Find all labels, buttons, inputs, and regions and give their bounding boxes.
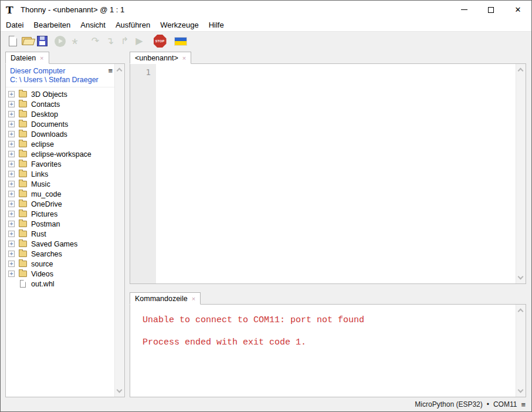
expand-icon[interactable]: + [8, 191, 15, 197]
tree-item-label: Music [31, 180, 50, 188]
expand-icon[interactable]: + [8, 201, 15, 207]
stop-restart-button[interactable]: STOP [153, 33, 167, 49]
tree-item-label: eclipse [31, 140, 54, 148]
tree-item-onedrive[interactable]: +OneDrive [6, 199, 114, 209]
expand-icon[interactable]: + [8, 121, 15, 127]
scroll-down-icon[interactable] [518, 274, 524, 280]
files-scrollbar[interactable] [114, 64, 124, 397]
shell-exit-line: Process ended with exit code 1. [143, 337, 516, 348]
expand-icon[interactable]: + [8, 171, 15, 177]
tree-item-documents[interactable]: +Documents [6, 119, 114, 129]
shell-scrollbar[interactable] [516, 305, 526, 397]
support-ukraine-button[interactable] [173, 33, 188, 49]
resume-icon: ▶ [135, 36, 143, 46]
expand-icon[interactable]: + [8, 231, 15, 237]
new-file-button[interactable] [5, 33, 20, 49]
expand-icon[interactable]: + [8, 161, 15, 167]
ukraine-flag-icon [174, 37, 187, 46]
scroll-up-icon[interactable] [117, 68, 123, 74]
tree-item-rust[interactable]: +Rust [6, 229, 114, 239]
interpreter-label[interactable]: MicroPython (ESP32) [415, 400, 482, 408]
tree-item-desktop[interactable]: +Desktop [6, 109, 114, 119]
tab-unbenannt-close-icon[interactable]: × [182, 55, 186, 62]
expand-icon[interactable]: + [8, 151, 15, 157]
expand-icon[interactable]: + [8, 111, 15, 117]
tab-dateien[interactable]: Dateien × [5, 52, 49, 64]
menu-ansicht[interactable]: Ansicht [76, 19, 110, 31]
tree-item-mu-code[interactable]: +mu_code [6, 189, 114, 199]
tree-item-postman[interactable]: +Postman [6, 219, 114, 229]
menu-bar: Datei Bearbeiten Ansicht Ausführen Werkz… [1, 19, 531, 31]
tab-dateien-close-icon[interactable]: × [40, 55, 43, 62]
tree-item-searches[interactable]: +Searches [6, 249, 114, 259]
tree-item-source[interactable]: +source [6, 259, 114, 269]
thonny-logo-icon: T [6, 5, 16, 15]
expand-icon[interactable]: + [8, 271, 15, 277]
close-icon: ✕ [515, 5, 521, 14]
expand-icon[interactable]: + [8, 101, 15, 107]
tree-item-favorites[interactable]: +Favorites [6, 159, 114, 169]
expand-icon[interactable]: + [8, 221, 15, 227]
open-file-button[interactable] [20, 33, 35, 49]
expand-icon[interactable]: + [8, 91, 15, 97]
shell-error-line: Unable to connect to COM11: port not fou… [143, 315, 516, 326]
folder-icon [19, 121, 27, 127]
step-into-button-disabled: ↴ [103, 33, 117, 49]
file-icon [20, 280, 26, 288]
editor-scrollbar[interactable] [516, 64, 526, 283]
tree-item-contacts[interactable]: +Contacts [6, 99, 114, 109]
save-button[interactable] [35, 33, 49, 49]
folder-icon [19, 151, 27, 157]
line-number-gutter: 1 [130, 64, 156, 283]
close-button[interactable]: ✕ [504, 1, 531, 19]
scroll-down-icon[interactable] [117, 387, 123, 393]
menu-datei[interactable]: Datei [2, 19, 28, 31]
expand-icon[interactable]: + [8, 211, 15, 217]
tab-unbenannt[interactable]: <unbenannt> × [130, 52, 191, 64]
maximize-button[interactable] [477, 1, 504, 19]
port-label[interactable]: COM11 [493, 400, 517, 408]
menu-hilfe[interactable]: Hilfe [205, 19, 228, 31]
status-separator: • [487, 400, 489, 408]
step-out-icon: ↱ [121, 36, 128, 46]
tree-item-out-whl[interactable]: out.whl [6, 279, 114, 289]
scroll-down-icon[interactable] [518, 387, 524, 393]
expand-icon[interactable]: + [8, 141, 15, 147]
tree-item-downloads[interactable]: +Downloads [6, 129, 114, 139]
minimize-button[interactable] [450, 1, 477, 19]
tree-item-saved-games[interactable]: +Saved Games [6, 239, 114, 249]
tree-item-music[interactable]: +Music [6, 179, 114, 189]
status-menu-icon[interactable]: ≡ [521, 400, 526, 409]
scroll-up-icon[interactable] [518, 309, 524, 315]
tree-item-label: Videos [31, 270, 53, 278]
tab-kommandozeile-close-icon[interactable]: × [192, 296, 195, 302]
tree-item-label: Rust [31, 230, 46, 238]
tab-kommandozeile[interactable]: Kommandozeile × [130, 292, 201, 305]
folder-icon [19, 191, 27, 197]
expand-icon[interactable]: + [8, 131, 15, 137]
shell-output[interactable]: Unable to connect to COM11: port not fou… [130, 305, 516, 397]
expand-icon[interactable]: + [8, 181, 15, 187]
scroll-up-icon[interactable] [518, 68, 524, 74]
tree-item-eclipse[interactable]: +eclipse [6, 139, 114, 149]
expand-icon[interactable]: + [8, 241, 15, 247]
menu-bearbeiten[interactable]: Bearbeiten [29, 19, 74, 31]
code-editor-area[interactable] [156, 64, 516, 283]
save-floppy-icon [37, 36, 48, 46]
this-computer-link[interactable]: Dieser Computer [10, 67, 104, 76]
menu-ausfuehren[interactable]: Ausführen [111, 19, 154, 31]
status-bar: MicroPython (ESP32) • COM11 ≡ [1, 397, 531, 411]
folder-icon [19, 161, 27, 167]
menu-werkzeuge[interactable]: Werkzeuge [156, 19, 203, 31]
expand-icon[interactable]: + [8, 261, 15, 267]
shell-panel: Kommandozeile × Unable to connect to COM… [130, 291, 526, 397]
tree-item-links[interactable]: +Links [6, 169, 114, 179]
tree-item-3d-objects[interactable]: +3D Objects [6, 89, 114, 99]
expand-icon[interactable]: + [8, 251, 15, 257]
toolbar: * ↷ ↴ ↱ ▶ STOP [1, 31, 531, 50]
tree-item-eclipse-workspace[interactable]: +eclipse-workspace [6, 149, 114, 159]
current-path-link[interactable]: C: \ Users \ Stefan Draeger [10, 76, 104, 85]
files-menu-icon[interactable]: ≡ [108, 66, 113, 75]
tree-item-videos[interactable]: +Videos [6, 269, 114, 279]
tree-item-pictures[interactable]: +Pictures [6, 209, 114, 219]
